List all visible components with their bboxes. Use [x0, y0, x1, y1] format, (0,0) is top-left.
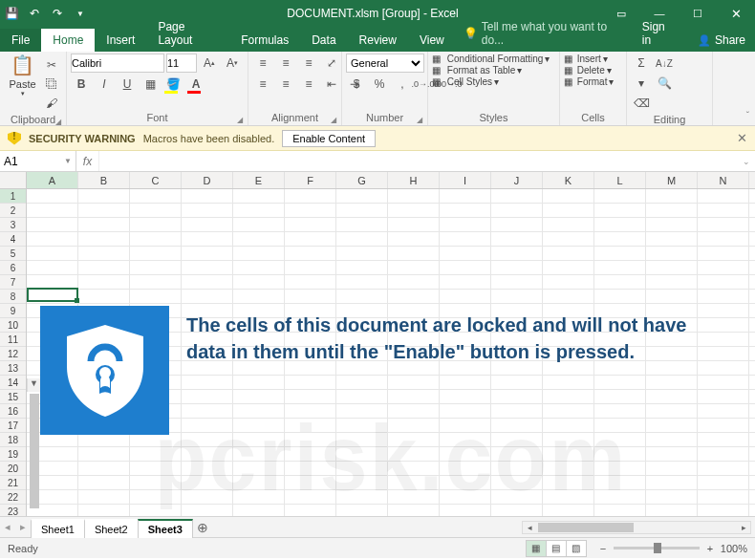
col-header[interactable]: G: [336, 172, 388, 188]
zoom-in-icon[interactable]: +: [703, 543, 717, 554]
row-header[interactable]: 14: [0, 376, 26, 390]
undo-icon[interactable]: ↶: [23, 7, 46, 20]
col-header[interactable]: E: [233, 172, 285, 188]
border-button[interactable]: ▦: [140, 75, 161, 94]
sort-filter-icon[interactable]: A↓Z: [654, 54, 675, 73]
italic-button[interactable]: I: [94, 75, 115, 94]
font-size-combo[interactable]: [166, 54, 197, 73]
sheet-nav-first-icon[interactable]: ◂: [0, 521, 15, 533]
col-header[interactable]: A: [27, 172, 78, 188]
clipboard-launcher-icon[interactable]: ◢: [55, 118, 61, 126]
scroll-down-icon[interactable]: ▼: [28, 378, 40, 392]
col-header[interactable]: J: [491, 172, 543, 188]
tell-me-search[interactable]: 💡 Tell me what you want to do...: [456, 15, 629, 52]
col-header[interactable]: C: [130, 172, 182, 188]
align-top-icon[interactable]: ≡: [252, 54, 273, 73]
row-header[interactable]: 16: [0, 404, 26, 419]
row-header[interactable]: 17: [0, 419, 26, 433]
autosum-icon[interactable]: Σ: [631, 54, 652, 73]
clear-icon[interactable]: ⌫: [631, 94, 652, 113]
collapse-ribbon-icon[interactable]: ˇ: [746, 111, 749, 121]
col-header[interactable]: D: [182, 172, 233, 188]
tab-review[interactable]: Review: [348, 29, 408, 52]
row-header[interactable]: 10: [0, 318, 26, 333]
col-header[interactable]: M: [646, 172, 698, 188]
hscroll-right-icon[interactable]: ▸: [737, 522, 750, 533]
view-page-layout-icon[interactable]: ▤: [546, 540, 567, 557]
save-icon[interactable]: 💾: [0, 7, 23, 20]
copy-icon[interactable]: ⿻: [41, 75, 62, 94]
row-header[interactable]: 1: [0, 189, 26, 204]
grow-font-icon[interactable]: A▴: [199, 54, 220, 73]
delete-cells-button[interactable]: ▦ Delete▾: [564, 65, 612, 75]
row-header[interactable]: 18: [0, 433, 26, 447]
format-as-table-button[interactable]: ▦ Format as Table▾: [432, 65, 522, 75]
number-launcher-icon[interactable]: ◢: [417, 116, 422, 124]
font-launcher-icon[interactable]: ◢: [237, 116, 243, 124]
row-header[interactable]: 7: [0, 275, 26, 290]
col-header[interactable]: F: [285, 172, 336, 188]
underline-button[interactable]: U: [117, 75, 138, 94]
align-right-icon[interactable]: ≡: [298, 75, 319, 94]
zoom-slider-knob[interactable]: [654, 543, 661, 553]
format-cells-button[interactable]: ▦ Format▾: [564, 76, 614, 87]
tab-insert[interactable]: Insert: [95, 29, 146, 52]
font-name-combo[interactable]: [71, 54, 164, 73]
row-header[interactable]: 13: [0, 361, 26, 376]
zoom-out-icon[interactable]: −: [596, 543, 610, 554]
format-painter-icon[interactable]: 🖌: [41, 94, 62, 113]
row-header[interactable]: 5: [0, 247, 26, 261]
row-header[interactable]: 20: [0, 462, 26, 476]
sheet-tab-2[interactable]: Sheet2: [84, 519, 139, 538]
col-header[interactable]: H: [388, 172, 440, 188]
zoom-slider[interactable]: [614, 547, 700, 549]
row-header[interactable]: 4: [0, 232, 26, 247]
enable-content-button[interactable]: Enable Content: [282, 130, 376, 147]
tab-home[interactable]: Home: [41, 29, 95, 52]
bold-button[interactable]: B: [71, 75, 92, 94]
new-sheet-icon[interactable]: ⊕: [192, 520, 213, 535]
security-close-icon[interactable]: ✕: [737, 131, 747, 145]
tab-view[interactable]: View: [408, 29, 456, 52]
select-all-corner[interactable]: [0, 172, 27, 188]
formula-expand-icon[interactable]: ⌄: [738, 151, 755, 171]
row-header[interactable]: 19: [0, 447, 26, 462]
name-box-dropdown-icon[interactable]: ▼: [64, 157, 72, 165]
row-header[interactable]: 15: [0, 390, 26, 404]
close-icon[interactable]: ✕: [717, 7, 755, 21]
formula-input[interactable]: [99, 151, 738, 171]
name-box[interactable]: A1 ▼: [0, 151, 76, 171]
hscroll-left-icon[interactable]: ◂: [523, 522, 536, 533]
row-header[interactable]: 23: [0, 505, 26, 516]
row-header[interactable]: 22: [0, 490, 26, 505]
tab-page-layout[interactable]: Page Layout: [146, 15, 229, 52]
fill-icon[interactable]: ▾: [631, 74, 652, 93]
col-header[interactable]: I: [440, 172, 491, 188]
tab-formulas[interactable]: Formulas: [229, 29, 300, 52]
conditional-formatting-button[interactable]: ▦ Conditional Formatting▾: [432, 54, 550, 64]
fill-color-button[interactable]: 🪣: [162, 75, 183, 94]
row-header[interactable]: 9: [0, 304, 26, 318]
view-page-break-icon[interactable]: ▧: [566, 540, 587, 557]
shrink-font-icon[interactable]: A▾: [222, 54, 243, 73]
percent-format-icon[interactable]: %: [369, 75, 390, 94]
row-header[interactable]: 2: [0, 204, 26, 218]
signin-link[interactable]: Sign in: [629, 15, 688, 52]
row-header[interactable]: 11: [0, 333, 26, 347]
cell-styles-button[interactable]: ▦ Cell Styles▾: [432, 76, 499, 87]
col-header[interactable]: B: [78, 172, 130, 188]
redo-icon[interactable]: ↷: [46, 7, 69, 20]
cell-area[interactable]: pcrisk.com The cells of this document ar…: [27, 189, 755, 516]
row-header[interactable]: 12: [0, 347, 26, 361]
fx-icon[interactable]: fx: [76, 151, 99, 171]
sheet-nav-last-icon[interactable]: ▸: [15, 521, 31, 533]
number-format-combo[interactable]: General: [346, 54, 424, 73]
view-normal-icon[interactable]: ▦: [526, 540, 547, 557]
decrease-indent-icon[interactable]: ⇤: [321, 75, 342, 94]
alignment-launcher-icon[interactable]: ◢: [331, 116, 336, 124]
insert-cells-button[interactable]: ▦ Insert▾: [564, 54, 608, 64]
tab-file[interactable]: File: [0, 29, 41, 52]
scroll-thumb[interactable]: [30, 394, 39, 508]
row-header[interactable]: 3: [0, 218, 26, 232]
orientation-icon[interactable]: ⤢: [321, 54, 342, 73]
